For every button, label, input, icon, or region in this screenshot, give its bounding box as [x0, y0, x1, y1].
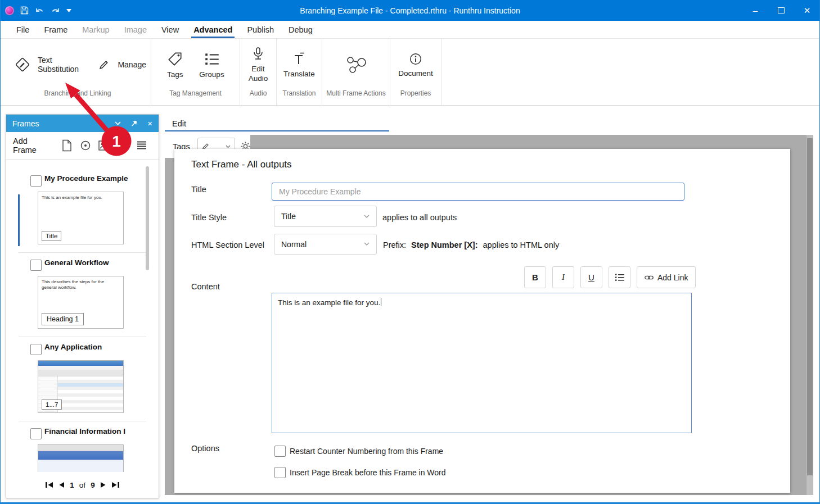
- quick-access-dropdown-icon[interactable]: [66, 9, 71, 12]
- menu-advanced[interactable]: Advanced: [186, 21, 240, 38]
- frame-checkbox[interactable]: [30, 344, 42, 355]
- ribbon-group-audio: Edit Audio Audio: [240, 39, 277, 105]
- close-button[interactable]: ✕: [794, 0, 820, 21]
- ribbon-group-properties: Document Properties: [390, 39, 441, 105]
- frame-thumbnail[interactable]: This describes the steps for the general…: [38, 276, 124, 329]
- ribbon-group-tag-management: Tags Groups Tag Management: [151, 39, 240, 105]
- title-style-select[interactable]: Title: [274, 206, 377, 227]
- vertical-scrollbar[interactable]: [807, 135, 813, 495]
- title-style-note: applies to all outputs: [382, 213, 457, 222]
- menu-markup[interactable]: Markup: [75, 21, 116, 38]
- redo-icon[interactable]: [51, 7, 60, 15]
- total-pages: 9: [91, 481, 95, 489]
- prefix-value: Step Number [X]:: [411, 240, 477, 249]
- frame-style-tag: Heading 1: [42, 313, 84, 325]
- tags-button[interactable]: Tags: [166, 51, 183, 79]
- frames-pagination: 1 of 9: [6, 472, 159, 498]
- html-section-select[interactable]: Normal: [274, 234, 377, 255]
- add-link-button[interactable]: Add Link: [637, 266, 696, 288]
- save-icon[interactable]: [20, 6, 29, 15]
- frames-panel-header: Frames ×: [6, 115, 159, 132]
- frame-item-any-application[interactable]: Any Application 1...7: [6, 337, 159, 421]
- main-area: Edit Tags: [165, 114, 813, 497]
- prefix-label: Prefix:: [383, 240, 406, 249]
- frame-item-my-procedure-example[interactable]: My Procedure Example This is an example …: [6, 169, 159, 252]
- titlebar: Branching Example File - Completed.rthru…: [0, 0, 820, 21]
- add-capture-frame-icon[interactable]: [79, 139, 92, 152]
- frame-thumbnail[interactable]: [38, 444, 124, 472]
- multi-frame-actions-icon: [343, 54, 369, 75]
- undo-icon[interactable]: [35, 7, 44, 15]
- chevron-down-icon: [226, 145, 231, 148]
- previous-page-icon[interactable]: [58, 482, 65, 488]
- selected-frame-indicator: [18, 194, 20, 246]
- edit-audio-button[interactable]: Edit Audio: [246, 46, 271, 84]
- frame-edit-form: Text Frame - All outputs Title Title Sty…: [174, 149, 790, 493]
- menu-file[interactable]: File: [9, 21, 37, 38]
- frame-thumbnail[interactable]: 1...7: [38, 360, 124, 413]
- next-page-icon[interactable]: [100, 482, 106, 488]
- restart-counter-label: Restart Counter Numbering from this Fram…: [290, 447, 443, 456]
- link-icon: [645, 275, 654, 280]
- pin-icon[interactable]: [130, 120, 138, 128]
- close-panel-icon[interactable]: ×: [147, 119, 152, 128]
- tab-edit[interactable]: Edit: [172, 119, 186, 128]
- menu-image[interactable]: Image: [117, 21, 154, 38]
- list-format-button[interactable]: [609, 266, 630, 288]
- menu-view[interactable]: View: [154, 21, 186, 38]
- frames-panel: Frames × Add Frame: [6, 114, 159, 498]
- menu-debug[interactable]: Debug: [281, 21, 320, 38]
- translate-button[interactable]: Translate: [283, 51, 315, 78]
- frame-checkbox[interactable]: [30, 260, 42, 271]
- content-textarea[interactable]: This is an example file for you.: [272, 293, 692, 433]
- current-page: 1: [70, 481, 74, 489]
- title-input[interactable]: [272, 183, 684, 201]
- multi-frame-actions-button[interactable]: [343, 54, 369, 75]
- form-panel-title: Text Frame - All outputs: [191, 159, 292, 170]
- menu-frame[interactable]: Frame: [37, 21, 75, 38]
- text-substitution-icon: [12, 55, 33, 75]
- menu-publish[interactable]: Publish: [240, 21, 281, 38]
- frame-item-general-workflow[interactable]: General Workflow This describes the step…: [6, 253, 159, 337]
- text-substitution-button[interactable]: Text Substitution: [12, 55, 87, 75]
- options-label: Options: [191, 444, 219, 453]
- frame-checkbox[interactable]: [30, 175, 42, 187]
- frames-panel-title: Frames: [12, 119, 115, 128]
- groups-button[interactable]: Groups: [199, 51, 224, 79]
- underline-button[interactable]: U: [580, 266, 602, 288]
- bold-button[interactable]: B: [524, 266, 546, 288]
- page-break-checkbox[interactable]: [274, 467, 286, 478]
- frame-thumbnail[interactable]: This is an example file for you. Title: [38, 192, 124, 244]
- frames-list: My Procedure Example This is an example …: [6, 160, 159, 472]
- add-list-frame-icon[interactable]: [136, 139, 148, 152]
- first-page-icon[interactable]: [45, 482, 53, 488]
- add-text-frame-icon[interactable]: [60, 139, 73, 152]
- frame-style-tag: Title: [42, 231, 61, 241]
- frame-style-tag: 1...7: [42, 399, 62, 410]
- frames-list-scrollbar[interactable]: [146, 166, 149, 270]
- edit-canvas: Tags: [165, 135, 807, 495]
- microphone-icon: [250, 46, 266, 62]
- restart-counter-checkbox[interactable]: [274, 446, 286, 457]
- group-label-translation: Translation: [277, 89, 322, 105]
- last-page-icon[interactable]: [111, 482, 120, 488]
- prefix-note: applies to HTML only: [483, 240, 560, 249]
- group-label-multi-frame: Multi Frame Actions: [322, 89, 390, 105]
- scrollbar-thumb[interactable]: [807, 138, 813, 475]
- minimize-button[interactable]: –: [742, 0, 768, 21]
- mini-screenshot: [38, 445, 123, 472]
- document-properties-button[interactable]: Document: [398, 52, 433, 78]
- chevron-down-icon[interactable]: [115, 121, 121, 125]
- add-branch-frame-icon[interactable]: [116, 139, 129, 152]
- manage-button[interactable]: Manage: [97, 57, 146, 72]
- italic-button[interactable]: I: [552, 266, 574, 288]
- translate-icon: [291, 51, 307, 67]
- frame-checkbox[interactable]: [30, 428, 42, 439]
- add-frame-label: Add Frame: [13, 137, 52, 155]
- add-frame-row: Add Frame: [6, 132, 159, 160]
- window-title: Branching Example File - Completed.rthru…: [0, 6, 820, 15]
- frame-item-financial-information[interactable]: Financial Information I: [6, 421, 159, 472]
- add-image-frame-icon[interactable]: [98, 139, 111, 152]
- maximize-button[interactable]: [768, 0, 794, 21]
- groups-list-icon: [204, 51, 220, 67]
